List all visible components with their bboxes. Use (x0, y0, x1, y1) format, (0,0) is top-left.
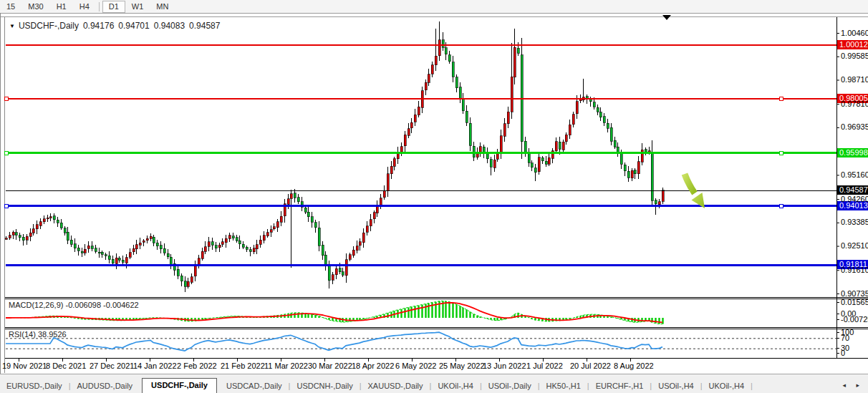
tab-xauusd-daily[interactable]: XAUUSD-,Daily (362, 379, 430, 393)
title-symbol: USDCHF-,Daily (19, 21, 79, 31)
date-label: 19 Nov 2021 (2, 362, 47, 370)
date-label: 20 Jul 2022 (570, 362, 611, 370)
price-badge-1.00012: 1.00012 (837, 40, 868, 49)
panel-borders (0, 13, 868, 393)
tab-usdcnh-daily[interactable]: USDCNH-,Daily (290, 379, 359, 393)
symbol-tab-bar: EURUSD-,Daily|AUDUSD-,DailyUSDCHF-,Daily… (0, 374, 868, 393)
price-axis-label: 0.93385 (841, 218, 868, 226)
title-high: 0.94701 (118, 21, 149, 31)
date-label: 25 May 2022 (439, 362, 485, 370)
bar-position-marker-icon (662, 15, 671, 20)
title-open: 0.94176 (83, 21, 114, 31)
price-axis-label: 0.91610 (841, 266, 868, 274)
date-label: 6 May 2022 (395, 362, 436, 370)
date-label: 11 Mar 2022 (264, 362, 308, 370)
price-axis-label: 0.90735 (841, 290, 868, 298)
price-axis-label: 0.99585 (841, 52, 868, 60)
rsi-axis-label: 70 (841, 334, 849, 342)
date-label: 13 Jun 2022 (483, 362, 526, 370)
price-axis-label: 0.95160 (841, 171, 868, 179)
date-label: 21 Feb 2022 (221, 362, 265, 370)
symbol-dropdown-icon: ▼ (9, 23, 15, 29)
title-low: 0.94083 (154, 21, 185, 31)
date-label: 14 Jan 2022 (133, 362, 177, 370)
rsi-layer (6, 332, 836, 351)
tab-scroll-arrows[interactable]: ◂ ▸ (842, 382, 864, 389)
date-label: 27 Dec 2021 (90, 362, 134, 370)
tab-separator: | (751, 379, 753, 393)
candles-layer (5, 21, 664, 293)
tab-usoil-daily[interactable]: USOil-,Daily (482, 379, 538, 393)
price-axis-label: 0.98710 (841, 76, 868, 84)
tab-eurchf-h1[interactable]: EURCHF-,H1 (589, 379, 650, 393)
date-label: 8 Aug 2022 (614, 362, 654, 370)
tab-usdcad-daily[interactable]: USDCAD-,Daily (220, 379, 289, 393)
macd-label: MACD(12,26,9) -0.006098 -0.004622 (9, 301, 139, 309)
price-axis-label: 1.00460 (841, 29, 868, 37)
date-label: 2 Feb 2022 (177, 362, 217, 370)
horizontal-lines-layer[interactable] (5, 45, 837, 266)
macd-axis-label: -0.007259 (841, 316, 868, 324)
tab-hk50-h1[interactable]: HK50-,H1 (540, 379, 587, 393)
rsi-axis-label: 0 (841, 349, 845, 357)
price-axis-label: 0.94260 (841, 195, 868, 203)
price-axis-label: 0.97810 (841, 100, 868, 108)
hline-0.98005[interactable] (5, 97, 837, 101)
price-axis-label: 0.92510 (841, 242, 868, 250)
date-label: 8 Dec 2021 (46, 362, 86, 370)
hline-0.94013[interactable] (5, 204, 837, 208)
date-label: 18 Apr 2022 (352, 362, 394, 370)
rsi-label: RSI(14) 38.9526 (9, 330, 67, 339)
chart-title: ▼USDCHF-,Daily0.941760.947010.940830.945… (9, 21, 220, 31)
price-badge-0.94587: 0.94587 (837, 185, 868, 195)
hline-0.95998[interactable] (5, 151, 837, 155)
date-label: 30 Mar 2022 (308, 362, 352, 370)
trading-terminal-window: 15M30H1H4D1W1MN ▼USDCHF-,Daily0.941760.9… (0, 0, 868, 393)
chart-canvas[interactable] (0, 0, 868, 393)
macd-axis-label: 0.015654 (841, 299, 868, 306)
tab-usdchf-daily[interactable]: USDCHF-,Daily (142, 378, 217, 393)
tab-usoil-h4[interactable]: USOil-,H4 (652, 379, 700, 393)
title-close: 0.94587 (189, 21, 220, 31)
price-axis-label: 0.96935 (841, 123, 868, 131)
date-label: 1 Jul 2022 (526, 362, 563, 370)
tab-ukoil-h4[interactable]: UKOil-,H4 (703, 379, 751, 393)
tab-audusd-daily[interactable]: AUDUSD-,Daily (70, 379, 139, 393)
tab-eurusd-daily[interactable]: EURUSD-,Daily (0, 379, 69, 393)
tab-ukoil-h4[interactable]: UKOil-,H4 (431, 379, 480, 393)
price-badge-0.95998: 0.95998 (837, 148, 868, 157)
